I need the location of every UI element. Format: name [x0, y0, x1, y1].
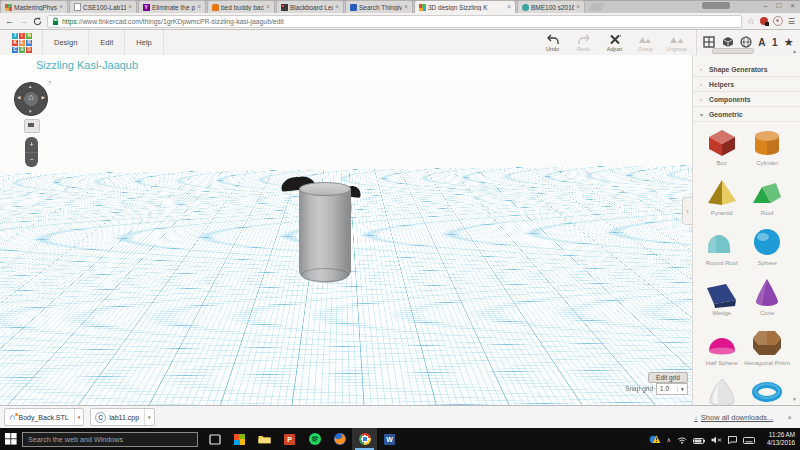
zoom-in-button[interactable]: +	[25, 137, 38, 153]
new-tab-button[interactable]	[588, 3, 605, 11]
download-item-body-back-stl[interactable]: ∩Body_Back.STL▾	[4, 408, 84, 426]
undo-button[interactable]: Undo	[539, 34, 566, 52]
library-scrollbar-thumb[interactable]	[712, 48, 754, 54]
tab-close-icon[interactable]: ×	[335, 4, 339, 10]
sidebar-section-helpers[interactable]: ›Helpers	[693, 77, 800, 92]
taskbar-app-firefox[interactable]	[327, 428, 352, 450]
browser-nav-bar: ← → https://www.tinkercad.com/things/1gr…	[0, 13, 800, 30]
bookmark-star-icon[interactable]: ☆	[747, 17, 755, 26]
taskbar-search-input[interactable]	[22, 432, 198, 447]
adjust-button[interactable]: Adjust	[601, 34, 628, 52]
shape-label: Round Roof	[706, 260, 738, 266]
home-view-icon[interactable]: ⌂	[15, 92, 47, 102]
design-canvas[interactable]: Sizzling Kasi-Jaaqub ▲ ▼ ◀ ▶ ⌂ ? + − Edi…	[0, 55, 692, 405]
library-tab-glyph-A[interactable]: A	[758, 37, 765, 48]
shape-pyramid[interactable]: Pyramid	[699, 175, 744, 225]
sidebar-section-geometric[interactable]: ▾Geometric	[693, 107, 800, 122]
show-all-downloads-link[interactable]: ↓Show all downloads...	[694, 413, 773, 422]
tab-close-icon[interactable]: ×	[128, 4, 132, 10]
library-tab-glyph-1[interactable]: 1	[772, 37, 778, 48]
shape-half-sphere[interactable]: Half Sphere	[699, 325, 744, 375]
shape-paraboloid[interactable]: Paraboloid	[699, 375, 744, 405]
shape-cone[interactable]: Cone	[744, 275, 790, 325]
browser-tab-search-thingiverse[interactable]: Search Thingiverse×	[345, 0, 413, 13]
extension-person-icon[interactable]	[773, 16, 783, 26]
browser-menu-icon[interactable]: ☰	[788, 17, 795, 26]
shape-torus[interactable]: Torus	[744, 375, 790, 405]
tab-close-icon[interactable]: ×	[197, 4, 201, 10]
action-center-icon[interactable]	[728, 430, 737, 448]
refresh-icon[interactable]	[33, 12, 42, 30]
taskbar-app-spotify[interactable]	[302, 428, 327, 450]
shape-hexagonal-prism[interactable]: Hexagonal Prism	[744, 325, 790, 375]
taskbar-app-chrome[interactable]	[352, 428, 377, 450]
chevron-right-icon: ›	[700, 66, 705, 72]
browser-tab-bme100-s2016-grou[interactable]: BME100 s2016:Grou×	[517, 0, 585, 13]
ungroup-shapes	[669, 34, 684, 45]
taskbar-app-powerpoint[interactable]: P	[277, 428, 302, 450]
browser-tab-bed-buddy-back-wra[interactable]: bed buddy back wra×	[207, 0, 275, 13]
taskbar-clock[interactable]: 11:26 AM 4/13/2016	[759, 431, 795, 447]
battery-icon[interactable]	[693, 430, 705, 448]
orbit-control[interactable]: ▲ ▼ ◀ ▶ ⌂	[14, 82, 48, 116]
warning-badge-icon[interactable]	[649, 430, 661, 448]
workplane-button[interactable]	[24, 119, 40, 133]
shape-wedge[interactable]: Wedge	[699, 275, 744, 325]
shape-round-roof[interactable]: Round Roof	[699, 225, 744, 275]
taskbar-app-task-view[interactable]	[202, 428, 227, 450]
menu-design[interactable]: Design	[43, 30, 89, 55]
hidden-icons-chevron[interactable]: ∧	[667, 436, 671, 443]
browser-tab-blackboard-learn[interactable]: Blackboard Learn×	[276, 0, 344, 13]
clock-time: 11:26 AM	[759, 431, 795, 439]
orbit-down-icon[interactable]: ▼	[28, 109, 32, 114]
windows-store-icon	[234, 434, 245, 445]
sidebar-section-components[interactable]: ›Components	[693, 92, 800, 107]
zoom-out-button[interactable]: −	[25, 153, 38, 168]
maximize-button[interactable]: □	[776, 1, 781, 11]
browser-tab-cse100-lab11-1-pdf[interactable]: CSE100-Lab11(1).pdf×	[69, 0, 137, 13]
shape-sphere[interactable]: Sphere	[744, 225, 790, 275]
orbit-up-icon[interactable]: ▲	[28, 84, 32, 89]
sidebar-scroll-down-icon[interactable]: ▼	[792, 396, 797, 402]
sidebar-section-shape-generators[interactable]: ›Shape Generators	[693, 62, 800, 77]
tinkercad-logo[interactable]: TINKERCAD	[12, 33, 32, 53]
wifi-icon[interactable]	[677, 430, 687, 448]
back-icon[interactable]: ←	[5, 17, 14, 26]
menu-edit[interactable]: Edit	[89, 30, 125, 55]
minimize-button[interactable]: –	[763, 1, 767, 11]
browser-tab-eliminate-the-param[interactable]: Eliminate the param×	[138, 0, 206, 13]
taskbar-app-windows-store[interactable]	[227, 428, 252, 450]
chevron-down-icon[interactable]: ▾	[74, 409, 84, 425]
shape-box[interactable]: Box	[699, 125, 744, 175]
shape-roof[interactable]: Roof	[744, 175, 790, 225]
tab-close-icon[interactable]: ×	[266, 4, 270, 10]
sidebar-collapse-handle[interactable]: ›	[682, 197, 692, 225]
taskbar-app-file-explorer[interactable]	[252, 428, 277, 450]
taskbar-app-word[interactable]: W	[377, 428, 402, 450]
tab-close-icon[interactable]: ×	[507, 4, 511, 10]
chevron-down-icon[interactable]: ▾	[144, 409, 154, 425]
downloads-close-icon[interactable]: ×	[787, 413, 792, 422]
menu-help[interactable]: Help	[125, 30, 163, 55]
forward-icon[interactable]: →	[19, 17, 28, 26]
profile-chip[interactable]	[702, 2, 730, 9]
volume-muted-icon[interactable]	[711, 430, 722, 448]
browser-tab-3d-design-sizzling-k[interactable]: 3D design Sizzling K×	[414, 0, 516, 13]
download-item-lab11-cpp[interactable]: Clab11.cpp▾	[90, 408, 154, 426]
start-button[interactable]	[0, 433, 22, 445]
paraboloid-shape-icon	[702, 375, 742, 405]
library-scroll-up-icon[interactable]: ▲	[792, 48, 797, 54]
model-cylinder-top[interactable]	[299, 182, 351, 196]
url-bar[interactable]: https://www.tinkercad.com/things/1grKDpw…	[47, 15, 742, 28]
tab-close-icon[interactable]: ×	[404, 4, 408, 10]
extension-red-icon[interactable]	[760, 17, 768, 25]
group-button: Group	[632, 34, 659, 52]
tab-close-icon[interactable]: ×	[59, 4, 63, 10]
shape-cylinder[interactable]: Cylinder	[744, 125, 790, 175]
touch-keyboard-icon[interactable]	[743, 430, 755, 448]
close-button[interactable]: ×	[790, 1, 795, 11]
help-icon[interactable]: ?	[48, 80, 51, 86]
snap-grid-select[interactable]: 1.0 ▼	[656, 383, 688, 395]
box-shape-icon	[702, 125, 742, 158]
tab-close-icon[interactable]: ×	[576, 4, 580, 10]
